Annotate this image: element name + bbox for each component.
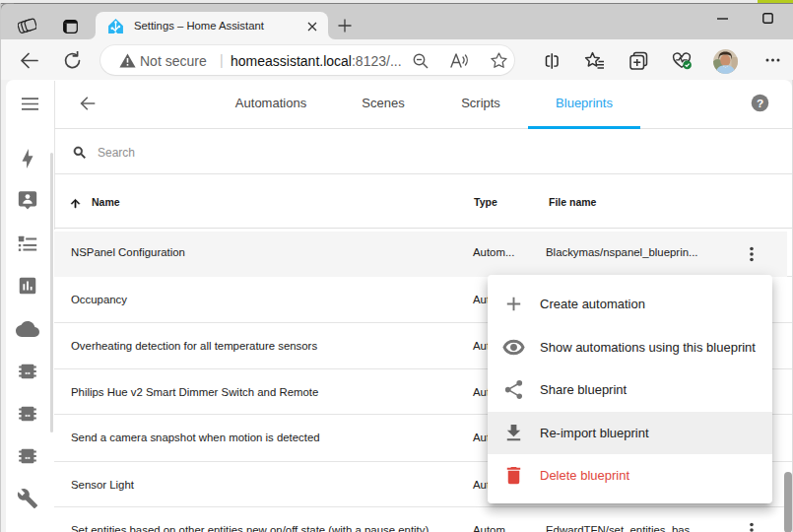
svg-text:?: ?: [757, 97, 763, 110]
